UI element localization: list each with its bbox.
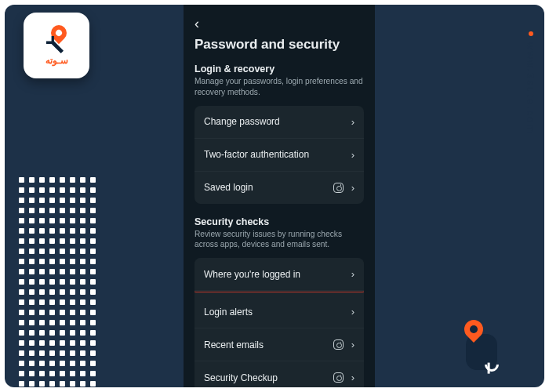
section-desc-security: Review security issues by running checks… bbox=[195, 229, 364, 251]
row-two-factor[interactable]: Two-factor authentication › bbox=[195, 139, 364, 172]
phone-screenshot: ‹ Password and security Login & recovery… bbox=[184, 5, 375, 387]
row-recent-emails[interactable]: Recent emails › bbox=[195, 328, 364, 361]
corner-brand-logo bbox=[460, 320, 504, 376]
section-title-security: Security checks bbox=[195, 216, 364, 227]
chevron-right-icon: › bbox=[351, 306, 354, 318]
chevron-right-icon: › bbox=[351, 339, 354, 350]
instagram-icon bbox=[333, 183, 344, 193]
row-label: Security Checkup bbox=[204, 372, 333, 383]
row-login-alerts[interactable]: Login alerts › bbox=[195, 296, 364, 328]
chevron-right-icon: › bbox=[351, 182, 354, 194]
security-checks-group: Where you're logged in › Login alerts › … bbox=[195, 258, 364, 387]
instagram-icon bbox=[333, 339, 344, 350]
row-security-checkup[interactable]: Security Checkup › bbox=[195, 361, 364, 387]
row-label: Login alerts bbox=[204, 307, 351, 318]
chevron-right-icon: › bbox=[351, 372, 354, 383]
row-change-password[interactable]: Change password › bbox=[195, 106, 364, 139]
row-label: Two-factor authentication bbox=[204, 149, 351, 160]
row-label: Change password bbox=[204, 116, 351, 127]
chevron-right-icon: › bbox=[351, 116, 354, 128]
row-label: Recent emails bbox=[204, 339, 333, 350]
login-recovery-group: Change password › Two-factor authenticat… bbox=[195, 106, 364, 204]
page-title: Password and security bbox=[195, 37, 364, 53]
row-label: Saved login bbox=[204, 182, 333, 193]
brand-logo-card: سـوته bbox=[24, 13, 89, 78]
back-button[interactable]: ‹ bbox=[195, 16, 199, 32]
row-label: Where you're logged in bbox=[204, 269, 351, 280]
site-url-text: www.3sute.com bbox=[525, 42, 536, 134]
instagram-icon bbox=[333, 372, 344, 383]
brand-logo-text: سـوته bbox=[45, 55, 68, 66]
chevron-right-icon: › bbox=[351, 149, 354, 161]
section-title-login: Login & recovery bbox=[195, 64, 364, 74]
row-saved-login[interactable]: Saved login › bbox=[195, 172, 364, 204]
decorative-dots bbox=[19, 177, 97, 387]
bullet-icon bbox=[529, 31, 533, 36]
row-where-logged-in[interactable]: Where you're logged in › bbox=[195, 258, 364, 291]
site-url-vertical: www.3sute.com bbox=[525, 31, 536, 134]
brand-logo-icon bbox=[46, 25, 67, 52]
section-desc-login: Manage your passwords, login preferences… bbox=[195, 76, 364, 98]
article-frame: سـوته ‹ Password and security Login & re… bbox=[5, 5, 544, 387]
chevron-right-icon: › bbox=[351, 268, 354, 280]
